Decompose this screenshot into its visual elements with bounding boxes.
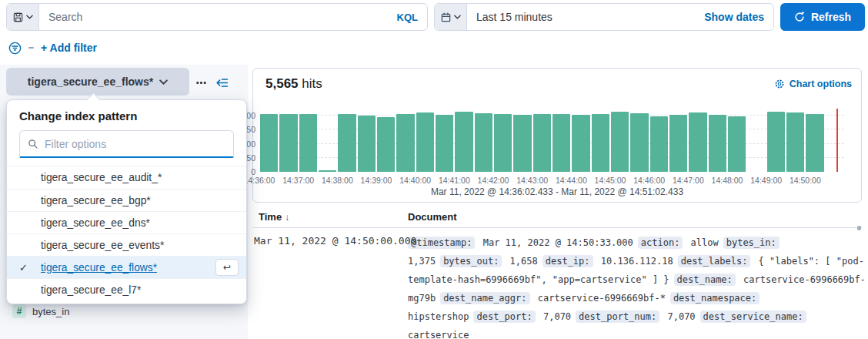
histogram-bar[interactable] [338,114,356,172]
chart-options-button[interactable]: Chart options [774,79,852,89]
x-axis-tick-label: 14:43:00 [516,176,548,185]
index-pattern-option-label: tigera_secure_ee_dns* [41,217,150,229]
enter-key-icon[interactable]: ↩ [215,259,239,276]
histogram-bar[interactable] [377,117,395,172]
index-pattern-option-label: tigera_secure_ee_events* [41,240,164,251]
check-icon: ✓ [19,262,28,274]
histogram-bar[interactable] [358,116,376,172]
field-name-pill: @timestamp: [408,237,475,249]
histogram-panel: 5,565 hits Chart options 05010015020014:… [252,68,862,203]
sort-descending-icon[interactable]: ↓ [285,212,289,223]
search-bar: KQL [6,3,428,31]
date-quick-menu-button[interactable] [435,4,467,30]
index-pattern-option[interactable]: tigera_secure_ee_dns* [7,211,246,233]
time-range-value[interactable]: Last 15 minutes [467,11,695,23]
x-axis-tick-label: 14:47:00 [673,176,704,185]
histogram-bar[interactable] [650,116,668,172]
hits-label: hits [302,76,322,91]
histogram-bar[interactable] [786,112,804,172]
field-name-pill: dest_name_aggr: [440,292,529,304]
histogram-bar[interactable] [669,115,687,172]
histogram-bar[interactable] [436,115,453,172]
index-pattern-option[interactable]: tigera_secure_ee_audit_* [7,166,246,189]
histogram-bar[interactable] [630,113,648,172]
search-input[interactable] [39,11,388,23]
index-pattern-label: tigera_secure_ee_flows* [28,76,153,88]
document-column-header: Document [408,211,457,223]
field-settings-icon[interactable] [194,76,208,89]
field-value: 1,658 [504,256,537,267]
field-name-label: bytes_in [32,306,69,317]
save-icon [12,12,24,23]
histogram-bar[interactable] [611,112,629,172]
x-axis-tick-label: 14:40:00 [399,176,431,185]
gear-icon [774,79,785,89]
field-name-pill: dest_name: [674,274,736,286]
collapse-sidebar-icon[interactable] [215,76,229,89]
histogram-bar[interactable] [553,114,570,172]
table-row[interactable]: Mar 11, 2022 @ 14:50:00.000@timestamp: M… [252,228,862,339]
field-name-pill: dest_labels: [678,255,751,267]
kql-language-button[interactable]: KQL [388,12,427,23]
index-pattern-filter [19,130,234,158]
show-dates-button[interactable]: Show dates [695,11,773,23]
field-name-pill: bytes_in: [723,237,780,249]
field-value: 10.136.112.18 [596,256,673,267]
add-filter-button[interactable]: + Add filter [41,42,97,54]
query-bar: KQL Last 15 minutes Show dates Refresh [6,3,865,31]
histogram-bar[interactable] [416,112,434,172]
histogram-bar[interactable] [279,114,297,172]
histogram-bar[interactable] [299,114,317,172]
index-pattern-option[interactable]: tigera_secure_ee_l7* [7,278,246,300]
index-pattern-option[interactable]: ✓tigera_secure_ee_flows*↩ [7,256,246,278]
index-pattern-list: tigera_secure_ee_audit_*tigera_secure_ee… [7,166,246,304]
histogram-bar[interactable] [494,114,512,172]
time-column-header[interactable]: Time↓ [259,211,289,223]
histogram-bar[interactable] [728,116,746,172]
index-pattern-option[interactable]: tigera_secure_ee_bgp* [7,189,246,211]
field-value: cartservice [408,330,469,339]
field-item-bytes-in[interactable]: # bytes_in [12,304,69,318]
x-axis-tick-label: 14:37:00 [282,176,314,185]
histogram-bar[interactable] [767,112,785,172]
time-picker: Last 15 minutes Show dates [434,3,774,31]
histogram-bar[interactable] [513,115,531,172]
histogram-bar[interactable] [572,115,589,172]
x-axis-tick-label: 14:39:00 [361,176,392,185]
field-value: allow [685,237,718,248]
histogram-bar[interactable] [533,114,551,172]
histogram-bar[interactable] [455,112,472,172]
index-pattern-switcher-button[interactable]: tigera_secure_ee_flows* [6,68,189,96]
x-axis-tick-label: 14:46:00 [633,176,665,185]
filter-options-input[interactable] [45,138,233,150]
histogram-bar[interactable] [260,114,278,172]
histogram-bar[interactable] [689,112,706,172]
histogram-bar[interactable] [319,170,336,172]
document-cell: @timestamp: Mar 11, 2022 @ 14:50:33.000a… [408,228,868,339]
popover-title: Change index pattern [7,100,246,130]
results-table-header: Time↓ Document [252,206,862,228]
index-pattern-option-label: tigera_secure_ee_flows* [41,262,157,274]
field-name-pill: dest_service_name: [700,310,806,323]
histogram-bar[interactable] [475,113,492,172]
calendar-icon [440,12,452,23]
x-axis-tick-label: 14:49:00 [750,176,782,185]
table-scrollbar-thumb[interactable] [857,226,861,230]
chevron-down-icon [26,15,33,19]
search-icon [28,139,38,149]
index-pattern-option-label: tigera_secure_ee_audit_* [41,172,162,183]
field-name-pill: bytes_out: [440,255,502,267]
filter-divider [28,47,34,49]
histogram-bar[interactable] [592,114,609,172]
index-pattern-option-label: tigera_secure_ee_l7* [41,284,141,296]
histogram-plot[interactable]: 05010015020014:36:0014:37:0014:38:0014:3… [259,109,844,172]
histogram-bar[interactable] [806,114,823,172]
histogram-bar[interactable] [709,115,726,172]
histogram-bar[interactable] [396,114,414,172]
field-name-pill: dest_port_num: [576,310,659,323]
index-pattern-option[interactable]: tigera_secure_ee_events* [7,233,246,256]
x-axis-tick-label: 14:50:00 [790,176,821,185]
saved-query-menu-button[interactable] [7,4,39,30]
refresh-button[interactable]: Refresh [780,3,865,31]
filter-settings-icon[interactable] [8,41,22,55]
